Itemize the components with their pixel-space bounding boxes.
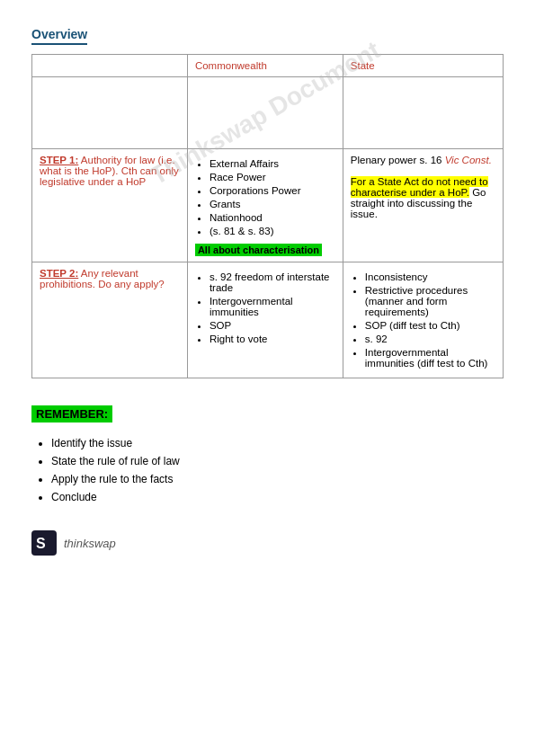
step2-label-cell: STEP 2: Any relevant prohibitions. Do an… — [32, 262, 188, 378]
list-item: Intergovernmental immunities — [210, 296, 335, 317]
list-item: s. 92 — [365, 334, 495, 344]
step2-number: STEP 2: — [40, 268, 78, 279]
list-item: Nationhood — [210, 212, 335, 223]
list-item: State the rule of rule of law — [51, 455, 504, 467]
step1-label-cell: STEP 1: Authority for law (i.e. what is … — [32, 149, 188, 262]
empty-commonwealth-cell: Thinkswap Document — [187, 77, 343, 149]
list-item: Restrictive procedures (manner and form … — [365, 285, 495, 317]
state-highlight-text: For a State Act do not need to character… — [351, 176, 488, 198]
list-item: Inconsistency — [365, 271, 495, 282]
step1-number: STEP 1: — [40, 155, 78, 165]
list-item: Intergovernmental immunities (diff test … — [365, 347, 495, 369]
step1-commonwealth-cell: External Affairs Race Power Corporations… — [187, 149, 343, 262]
table-step1-row: STEP 1: Authority for law (i.e. what is … — [32, 149, 504, 262]
header-label-cell — [32, 55, 188, 77]
list-item: Apply the rule to the facts — [51, 473, 504, 485]
thinkswap-logo-text: thinkswap — [64, 537, 116, 550]
remember-list: Identify the issue State the rule of rul… — [31, 437, 504, 503]
header-commonwealth-cell: Commonwealth — [187, 55, 343, 77]
step2-state-list: Inconsistency Restrictive procedures (ma… — [351, 271, 495, 369]
list-item: Race Power — [210, 172, 335, 182]
remember-section: REMEMBER: Identify the issue State the r… — [31, 405, 504, 503]
overview-table: Commonwealth State Thinkswap Document ST… — [31, 54, 504, 378]
step2-state-cell: Inconsistency Restrictive procedures (ma… — [343, 262, 503, 378]
step2-commonwealth-list: s. 92 freedom of interstate trade Interg… — [195, 271, 335, 344]
empty-label-cell — [32, 77, 188, 149]
list-item: SOP (diff test to Cth) — [365, 320, 495, 331]
list-item: SOP — [210, 320, 335, 331]
vic-const-text: Vic Const. — [445, 155, 492, 165]
svg-text:S: S — [36, 536, 46, 551]
list-item: Identify the issue — [51, 437, 504, 449]
empty-state-cell — [343, 77, 503, 149]
list-item: (s. 81 & s. 83) — [210, 226, 335, 236]
footer: S thinkswap — [31, 530, 504, 556]
list-item: Conclude — [51, 491, 504, 503]
step2-commonwealth-cell: s. 92 freedom of interstate trade Interg… — [187, 262, 343, 378]
header-state-cell: State — [343, 55, 503, 77]
overview-title: Overview — [31, 27, 87, 45]
thinkswap-logo-icon: S — [31, 530, 57, 556]
remember-label: REMEMBER: — [31, 405, 112, 422]
list-item: Grants — [210, 199, 335, 209]
table-step2-row: STEP 2: Any relevant prohibitions. Do an… — [32, 262, 504, 378]
plenary-text: Plenary power s. 16 — [351, 155, 445, 165]
step1-commonwealth-list: External Affairs Race Power Corporations… — [195, 158, 335, 236]
table-header-row: Commonwealth State — [32, 55, 504, 77]
list-item: External Affairs — [210, 158, 335, 169]
list-item: Right to vote — [210, 334, 335, 344]
all-about-badge: All about characterisation — [195, 244, 322, 256]
list-item: s. 92 freedom of interstate trade — [210, 271, 335, 293]
step1-state-cell: Plenary power s. 16 Vic Const. For a Sta… — [343, 149, 503, 262]
list-item: Corporations Power — [210, 185, 335, 196]
table-empty-row: Thinkswap Document — [32, 77, 504, 149]
